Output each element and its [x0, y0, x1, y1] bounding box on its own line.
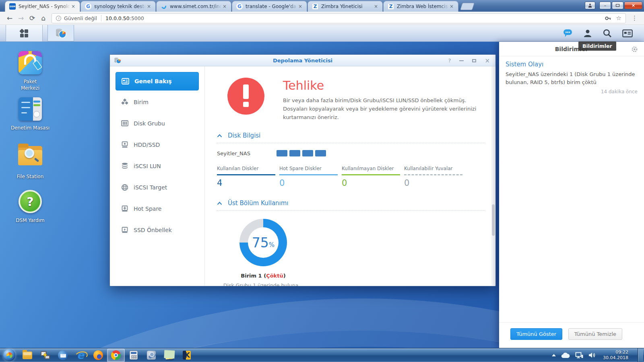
chevron-up-icon	[217, 134, 222, 138]
key-icon[interactable]	[605, 15, 611, 22]
user-options-icon[interactable]	[583, 29, 592, 38]
taskbar-firefox-button[interactable]	[89, 348, 107, 362]
sticky-notes-icon	[165, 351, 173, 360]
storage-manager-taskbar-button[interactable]	[47, 25, 74, 41]
sidebar-item-disk-grubu[interactable]: Disk Grubu	[116, 113, 199, 133]
taskbar-chrome-button[interactable]	[107, 349, 125, 362]
taskbar-explorer-button[interactable]	[19, 348, 36, 362]
volume-tray-icon[interactable]	[588, 352, 596, 358]
tab-close-icon[interactable]: ×	[221, 3, 228, 10]
start-button[interactable]	[3, 349, 15, 361]
show-all-button[interactable]: Tümünü Göster	[510, 328, 562, 340]
file-station-icon	[18, 146, 42, 165]
notification-time: 14 dakika önce	[506, 89, 638, 95]
tab-dsm[interactable]: DSM Seyitler_NAS - Synology ×	[5, 1, 80, 12]
home-button[interactable]: ⌂	[38, 12, 49, 24]
notification-title[interactable]: Sistem Olayı	[506, 61, 638, 68]
icon-label: Merkezi	[8, 85, 52, 92]
stat-unused-disks: Kullanılmayan Diskler 0	[342, 166, 404, 188]
tray-clock[interactable]: 09:22 30.04.2018	[603, 350, 628, 361]
browser-menu-icon[interactable]: ⋮	[629, 14, 640, 22]
desktop-icon-denetim-masasi[interactable]: Denetim Masası	[8, 97, 52, 131]
tab-close-icon[interactable]: ×	[448, 3, 455, 10]
nas-name: Seyitler_NAS	[217, 150, 277, 156]
main-menu-button[interactable]	[6, 25, 43, 41]
cloud-tray-icon[interactable]	[561, 352, 570, 358]
sidebar-item-hot-spare[interactable]: Hot Spare	[116, 199, 199, 218]
scrollbar-thumb[interactable]	[492, 204, 495, 236]
taskbar-sticky-notes-button[interactable]	[160, 348, 178, 362]
tab-close-icon[interactable]: ×	[297, 3, 303, 10]
browser-profile-button[interactable]	[585, 2, 595, 9]
tab-close-icon[interactable]: ×	[146, 3, 152, 10]
volume-icon	[121, 99, 128, 105]
show-desktop-button[interactable]	[638, 348, 643, 362]
browser-toolbar: ← → ⟳ ⌂ i Güvenli değil 10.0.0.50 :5000 …	[0, 12, 644, 25]
zimbra-favicon-icon: Z	[388, 3, 394, 10]
notification-item[interactable]: Sistem Olayı Seyitler_NAS üzerindeki 1 (…	[499, 56, 644, 95]
window-maximize-button[interactable]	[612, 2, 623, 9]
window-maximize-button[interactable]	[472, 59, 476, 62]
gear-icon[interactable]	[631, 46, 638, 53]
sidebar-item-birim[interactable]: Birim	[116, 92, 199, 112]
iscsi-lun-icon	[121, 162, 128, 169]
tab-close-icon[interactable]: ×	[373, 3, 379, 10]
taskbar-k-app-button[interactable]: K	[178, 348, 196, 362]
window-scrollbar[interactable]	[491, 66, 495, 286]
widgets-icon[interactable]	[622, 29, 633, 38]
search-icon[interactable]	[603, 29, 612, 38]
back-button[interactable]: ←	[4, 12, 15, 24]
dsm-help-icon: ?	[19, 190, 42, 213]
sidebar-item-ssd-onbellek[interactable]: SSD Önbellek	[116, 220, 199, 240]
desktop-icon-paket-merkezi[interactable]: Paket Merkezi	[8, 50, 52, 91]
window-close-button[interactable]: ×	[624, 2, 642, 9]
maximize-icon	[616, 4, 619, 7]
tab-close-icon[interactable]: ×	[70, 3, 76, 10]
notifications-icon[interactable]	[563, 29, 573, 38]
sidebar-item-genel-bakis[interactable]: Genel Bakış	[116, 72, 199, 90]
storage-manager-sidebar: Genel Bakış Birim	[110, 66, 205, 286]
tab-title: www.simet.com.tr/index.	[170, 4, 221, 9]
reload-button[interactable]: ⟳	[27, 12, 38, 24]
window-titlebar[interactable]: Depolama Yöneticisi ? ×	[110, 55, 495, 66]
forward-button[interactable]: →	[15, 12, 27, 24]
window-minimize-button[interactable]: –	[599, 2, 611, 9]
thunderbird-icon	[58, 350, 68, 360]
storage-manager-icon	[55, 27, 66, 39]
sidebar-item-iscsi-target[interactable]: iSCSI Target	[116, 177, 199, 197]
sidebar-item-iscsi-lun[interactable]: iSCSI LUN	[116, 156, 199, 176]
taskbar-ie-button[interactable]: e	[72, 348, 89, 362]
taskbar-system-tool-button[interactable]	[142, 348, 160, 362]
divider	[101, 15, 101, 21]
desktop-icon-dsm-yardim[interactable]: ? DSM Yardım	[8, 189, 52, 223]
taskbar-thunderbird-button[interactable]	[54, 348, 72, 362]
stat-label: Kullanılabilir Yuvalar	[404, 166, 466, 171]
volume-usage-section-header[interactable]: Üst Bölüm Kullanımı	[217, 200, 485, 211]
network-tray-icon[interactable]	[575, 352, 583, 359]
tray-expand-icon[interactable]	[552, 354, 556, 356]
clock-time: 09:22	[603, 350, 628, 355]
url-host: 10.0.0.50	[105, 15, 130, 21]
bookmark-star-icon[interactable]: ☆	[616, 14, 621, 22]
window-minimize-button[interactable]	[459, 60, 464, 61]
new-tab-button[interactable]	[460, 3, 475, 10]
tab-zimbra-web[interactable]: Z Zimbra Web İstemcisi Ot ×	[383, 1, 458, 12]
tab-synology-destek[interactable]: G synology teknik destek - ×	[80, 1, 156, 12]
browser-tab-strip: DSM Seyitler_NAS - Synology × G synology…	[0, 0, 644, 12]
taskbar-calculator-button[interactable]	[125, 348, 142, 362]
window-help-button[interactable]: ?	[448, 58, 451, 64]
disk-info-section-header[interactable]: Disk Bilgisi	[217, 132, 485, 143]
tab-translate[interactable]: G translate - Google'da Ara ×	[232, 1, 307, 12]
clear-all-button[interactable]: Tümünü Temizle	[568, 328, 622, 340]
window-close-button[interactable]: ×	[485, 57, 490, 64]
clock-date: 30.04.2018	[603, 355, 628, 361]
hdd-icon	[121, 141, 128, 148]
desktop-icon-file-station[interactable]: File Station	[8, 143, 52, 179]
address-bar[interactable]: i Güvenli değil 10.0.0.50 :5000 ☆	[52, 13, 626, 23]
info-icon[interactable]: i	[56, 16, 61, 21]
tab-simet[interactable]: www.simet.com.tr/index. ×	[156, 1, 231, 12]
tab-zimbra-admin[interactable]: Z Zimbra Yöneticisi ×	[308, 1, 383, 12]
stat-label: Kullanılan Diskler	[217, 166, 279, 171]
taskbar-putty-button[interactable]	[36, 348, 54, 362]
sidebar-item-hdd-ssd[interactable]: HDD/SSD	[116, 135, 199, 154]
